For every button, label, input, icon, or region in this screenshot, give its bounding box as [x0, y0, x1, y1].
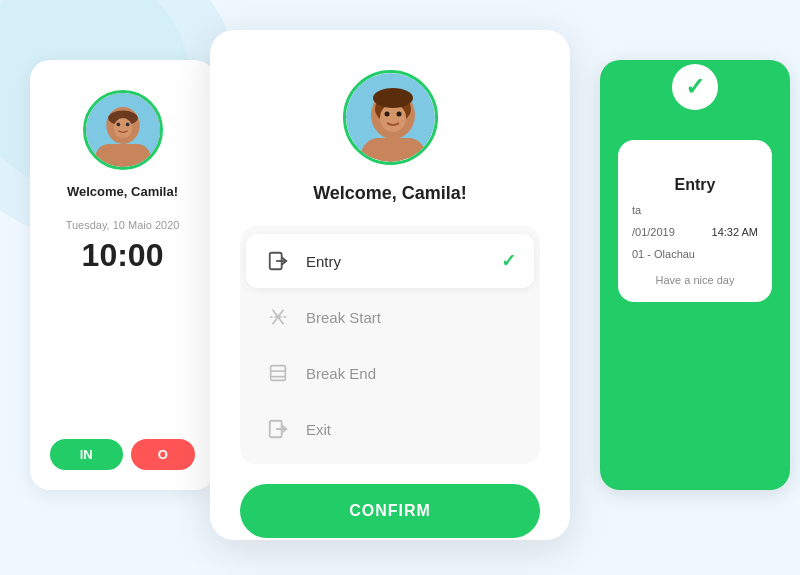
option-entry[interactable]: Entry ✓	[246, 234, 534, 288]
entry-icon	[264, 247, 292, 275]
svg-point-5	[113, 118, 132, 138]
right-row-1: ta	[632, 204, 758, 216]
svg-point-14	[396, 112, 401, 117]
break-start-label: Break Start	[306, 309, 516, 326]
svg-point-12	[380, 104, 406, 132]
entry-checkmark: ✓	[501, 250, 516, 272]
options-list: Entry ✓ Break Start Br	[240, 226, 540, 464]
right-nice-day: Have a nice day	[632, 274, 758, 286]
right-entry-title: Entry	[632, 176, 758, 194]
left-background-card: Welcome, Camila! Tuesday, 10 Maio 2020 1…	[30, 60, 215, 490]
left-time: 10:00	[82, 237, 164, 274]
right-row-2-value: 14:32 AM	[712, 226, 758, 238]
svg-rect-4	[95, 144, 151, 167]
option-break-end[interactable]: Break End	[246, 346, 534, 400]
out-button[interactable]: O	[131, 439, 196, 470]
right-row-3-key: 01 - Olachau	[632, 248, 695, 260]
success-checkmark: ✓	[685, 73, 705, 101]
svg-point-13	[384, 112, 389, 117]
left-avatar-wrapper	[83, 90, 163, 170]
right-row-1-key: ta	[632, 204, 641, 216]
svg-rect-21	[271, 366, 286, 381]
main-avatar-image	[346, 73, 435, 162]
right-success-card: ✓ Entry ta /01/2019 14:32 AM 01 - Olacha…	[600, 60, 790, 490]
success-check-circle: ✓	[668, 60, 722, 114]
svg-rect-11	[361, 138, 426, 162]
option-exit[interactable]: Exit	[246, 402, 534, 456]
break-start-icon	[264, 303, 292, 331]
main-modal-card: Welcome, Camila! Entry ✓	[210, 30, 570, 540]
exit-label: Exit	[306, 421, 516, 438]
exit-icon	[264, 415, 292, 443]
svg-point-7	[125, 123, 129, 127]
break-end-label: Break End	[306, 365, 516, 382]
right-row-3: 01 - Olachau	[632, 248, 758, 260]
svg-point-6	[116, 123, 120, 127]
main-welcome-text: Welcome, Camila!	[313, 183, 467, 204]
right-row-2: /01/2019 14:32 AM	[632, 226, 758, 238]
option-break-start[interactable]: Break Start	[246, 290, 534, 344]
break-end-icon	[264, 359, 292, 387]
left-date: Tuesday, 10 Maio 2020	[66, 219, 180, 231]
main-avatar-wrapper	[343, 70, 438, 165]
svg-point-15	[373, 88, 413, 108]
right-card-inner: Entry ta /01/2019 14:32 AM 01 - Olachau …	[618, 140, 772, 302]
entry-label: Entry	[306, 253, 501, 270]
in-button[interactable]: IN	[50, 439, 123, 470]
left-welcome-text: Welcome, Camila!	[67, 184, 178, 199]
right-row-2-key: /01/2019	[632, 226, 675, 238]
confirm-button[interactable]: CONFIRM	[240, 484, 540, 538]
left-avatar-image	[86, 93, 160, 167]
